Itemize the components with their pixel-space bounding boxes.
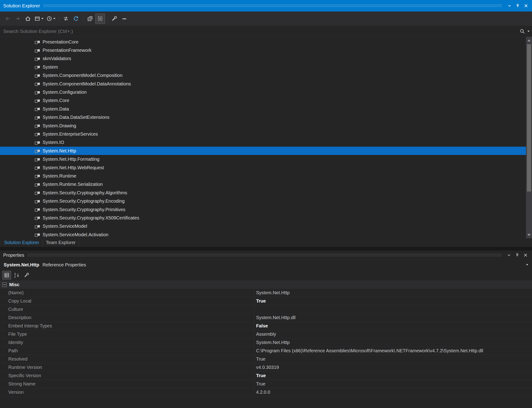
assembly-reference-icon [34, 156, 41, 162]
property-row[interactable]: Version 4.2.0.0 [0, 388, 532, 397]
properties-position-button[interactable] [505, 251, 513, 259]
properties-pin-button[interactable] [513, 251, 521, 259]
property-name: Resolved [0, 355, 254, 363]
object-selector-combobox[interactable]: System.Net.Http Reference Properties [0, 260, 532, 270]
tree-item[interactable]: System.Security.Cryptography.Primitives [0, 205, 532, 214]
tree-item[interactable]: System.Net.Http.Formatting [0, 155, 532, 163]
property-row[interactable]: Path C:\Program Files (x86)\Reference As… [0, 347, 532, 355]
collapse-category-icon[interactable] [2, 282, 7, 287]
property-name: Strong Name [0, 380, 254, 388]
tree-item[interactable]: System.Runtime [0, 172, 532, 180]
tree-item[interactable]: System.Data [0, 105, 532, 113]
switch-views-button[interactable] [33, 14, 45, 24]
property-value[interactable]: True [254, 297, 532, 305]
property-pages-button[interactable] [22, 271, 31, 280]
scroll-down-button[interactable] [526, 232, 532, 238]
property-row[interactable]: File Type Assembly [0, 330, 532, 339]
preview-selected-items-button[interactable] [120, 14, 129, 24]
window-position-button[interactable] [505, 2, 514, 10]
property-row[interactable]: (Name) System.Net.Http [0, 289, 532, 297]
tree-item-label: skmValidators [43, 56, 71, 61]
assembly-reference-icon [34, 81, 41, 87]
property-value[interactable]: True [254, 372, 532, 380]
properties-drag-handle[interactable] [27, 253, 502, 257]
property-row[interactable]: Resolved True [0, 355, 532, 363]
search-icon[interactable] [520, 29, 525, 34]
property-row[interactable]: Identity System.Net.Http [0, 339, 532, 347]
close-button[interactable] [522, 2, 530, 10]
property-row[interactable]: Specific Version True [0, 372, 532, 380]
property-row[interactable]: Strong Name True [0, 380, 532, 388]
tree-item[interactable]: System.ComponentModel.Composition [0, 71, 532, 80]
properties-panel: Properties System.Net.Http Reference Pro… [0, 251, 532, 408]
sync-with-active-document-button[interactable] [61, 14, 71, 24]
home-button[interactable] [23, 14, 33, 24]
property-row[interactable]: Culture [0, 305, 532, 314]
tree-item[interactable]: System.Configuration [0, 88, 532, 96]
forward-button[interactable] [13, 14, 23, 24]
property-value[interactable]: Assembly [254, 330, 532, 338]
tree-item-label: System [43, 64, 58, 70]
property-value[interactable]: System.Net.Http [254, 339, 532, 347]
wrench-icon [24, 272, 29, 278]
back-button[interactable] [3, 14, 12, 24]
tab-solution-explorer[interactable]: Solution Explorer [1, 238, 43, 247]
tree-item[interactable]: System [0, 63, 532, 71]
tree-item[interactable]: System.Data.DataSetExtensions [0, 113, 532, 122]
property-value[interactable]: False [254, 322, 532, 330]
tree-item[interactable]: System.IO [0, 138, 532, 147]
tree-item[interactable]: System.Drawing [0, 122, 532, 130]
tree-item[interactable]: System.Net.Http.WebRequest [0, 163, 532, 172]
assembly-reference-icon [34, 223, 41, 229]
scroll-thumb[interactable] [527, 44, 531, 192]
titlebar-drag-handle[interactable] [43, 4, 502, 8]
scroll-up-button[interactable] [526, 37, 532, 43]
tree-item[interactable]: System.Security.Cryptography.Algorithms [0, 188, 532, 197]
categorized-button[interactable] [2, 271, 11, 280]
property-value[interactable]: 4.2.0.0 [254, 388, 532, 396]
property-value[interactable]: C:\Program Files (x86)\Reference Assembl… [254, 347, 532, 355]
tab-team-explorer[interactable]: Team Explorer [43, 238, 79, 247]
alphabetical-button[interactable]: AZ [12, 271, 21, 280]
search-input[interactable] [0, 26, 520, 37]
property-value[interactable]: True [254, 380, 532, 388]
property-row[interactable]: Embed Interop Types False [0, 322, 532, 330]
tree-item-label: System.Security.Cryptography.Primitives [43, 207, 125, 212]
properties-close-button[interactable] [521, 251, 530, 259]
tree-item[interactable]: PresentationFramework [0, 46, 532, 54]
tree-item-label: System.Drawing [43, 123, 76, 128]
tab-label: Solution Explorer [4, 240, 39, 245]
tree-item[interactable]: System.EnterpriseServices [0, 130, 532, 138]
toolbar-separator [59, 15, 59, 23]
property-name: Embed Interop Types [0, 322, 254, 330]
search-options-chevron-icon[interactable] [527, 31, 530, 32]
collapse-all-button[interactable] [85, 14, 95, 24]
tree-item[interactable]: skmValidators [0, 55, 532, 63]
panel-splitter[interactable] [0, 247, 532, 251]
pin-button[interactable] [514, 2, 522, 10]
tree-item[interactable]: System.Core [0, 96, 532, 105]
properties-title: Properties [3, 253, 24, 258]
property-value[interactable] [254, 305, 532, 313]
property-row[interactable]: Runtime Version v4.0.30319 [0, 363, 532, 372]
property-value[interactable]: True [254, 355, 532, 363]
tree-item[interactable]: System.ServiceModel.Activation [0, 230, 532, 238]
tree-item[interactable]: System.ComponentModel.DataAnnotations [0, 80, 532, 88]
properties-button[interactable] [109, 14, 119, 24]
tree-item[interactable]: System.Runtime.Serialization [0, 180, 532, 188]
property-value[interactable]: System.Net.Http [254, 289, 532, 297]
refresh-button[interactable] [71, 14, 81, 24]
property-row[interactable]: Copy Local True [0, 297, 532, 305]
property-row[interactable]: Description System.Net.Http.dll [0, 314, 532, 322]
property-value[interactable]: System.Net.Http.dll [254, 314, 532, 322]
category-misc[interactable]: Misc [0, 280, 532, 289]
show-all-files-button[interactable] [95, 14, 105, 24]
pending-changes-filter-button[interactable] [45, 14, 57, 24]
tree-item[interactable]: System.Net.Http [0, 147, 532, 155]
tree-item[interactable]: System.ServiceModel [0, 222, 532, 230]
tree-item[interactable]: System.Security.Cryptography.Encoding [0, 197, 532, 205]
tree-item[interactable]: System.Security.Cryptography.X509Certifi… [0, 214, 532, 222]
tree-item[interactable]: PresentationCore [0, 38, 532, 46]
tree-scrollbar[interactable] [526, 37, 532, 238]
property-value[interactable]: v4.0.30319 [254, 363, 532, 371]
